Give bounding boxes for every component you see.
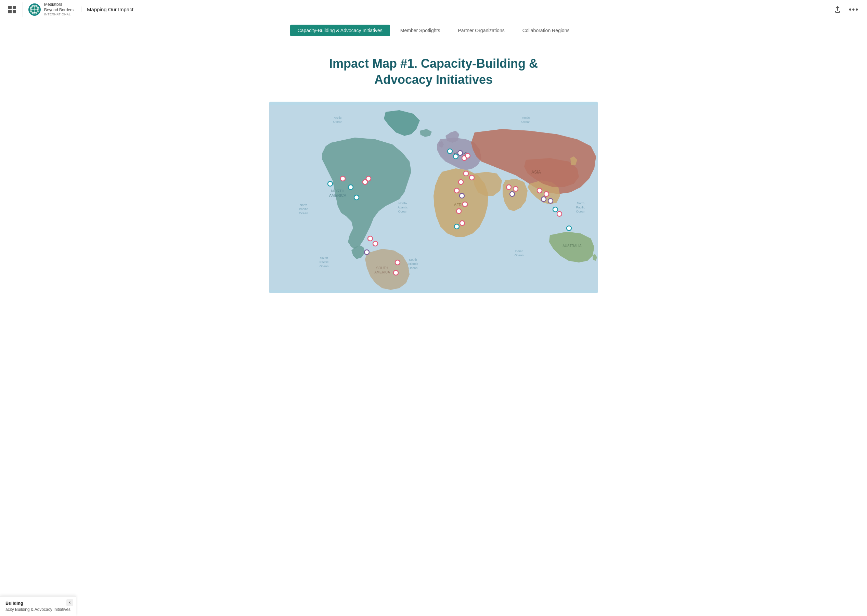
more-options-button[interactable]: •••	[848, 4, 860, 16]
svg-text:Arctic: Arctic	[334, 116, 342, 119]
logo-area: Mediators Beyond Borders INTERNATIONAL M…	[23, 2, 134, 17]
svg-point-49	[453, 154, 458, 159]
svg-text:Ocean: Ocean	[299, 212, 308, 215]
svg-point-56	[454, 188, 459, 193]
logo-image	[28, 3, 41, 16]
tab-member[interactable]: Member Spotlights	[393, 25, 448, 36]
heading-line2: Advocacy Initiatives	[374, 72, 493, 86]
svg-point-64	[510, 192, 515, 196]
ellipsis-icon: •••	[849, 5, 859, 14]
svg-point-66	[544, 192, 549, 196]
svg-text:Ocean: Ocean	[576, 210, 586, 213]
svg-text:AMERICA: AMERICA	[374, 270, 390, 274]
svg-text:South: South	[320, 256, 328, 260]
svg-point-48	[448, 149, 452, 154]
top-bar: Mediators Beyond Borders INTERNATIONAL M…	[0, 0, 867, 19]
svg-text:North: North	[577, 201, 584, 205]
svg-point-52	[465, 153, 470, 158]
svg-point-46	[395, 260, 400, 265]
svg-point-68	[548, 198, 553, 203]
app-title: Mapping Our Impact	[81, 6, 134, 12]
svg-text:AUSTRALIA: AUSTRALIA	[562, 244, 582, 248]
svg-text:Ocean: Ocean	[408, 266, 418, 270]
svg-text:Arctic: Arctic	[522, 116, 530, 119]
top-bar-left: Mediators Beyond Borders INTERNATIONAL M…	[7, 2, 134, 17]
svg-text:NORTH: NORTH	[331, 189, 344, 193]
svg-point-62	[506, 185, 511, 190]
svg-text:North-: North-	[398, 201, 407, 205]
tab-partner[interactable]: Partner Organizations	[451, 25, 512, 36]
svg-text:Ocean: Ocean	[515, 254, 524, 257]
grid-menu-button[interactable]	[7, 5, 17, 15]
tab-collab[interactable]: Collaboration Regions	[515, 25, 577, 36]
share-button[interactable]	[833, 5, 842, 14]
svg-point-38	[341, 176, 345, 181]
svg-point-65	[537, 188, 542, 193]
svg-point-45	[364, 250, 369, 255]
svg-point-42	[354, 195, 359, 200]
svg-text:Atlantic: Atlantic	[397, 206, 408, 209]
svg-point-70	[557, 212, 562, 216]
svg-point-69	[553, 207, 558, 212]
svg-point-43	[368, 236, 372, 241]
svg-point-63	[513, 187, 518, 191]
world-map[interactable]: NORTH AMERICA EUROPE ASIA AFRICA SOUTH A…	[269, 102, 598, 293]
top-bar-right: •••	[833, 4, 860, 16]
page-heading: Impact Map #1. Capacity-Building & Advoc…	[252, 56, 615, 88]
svg-point-55	[459, 180, 463, 184]
svg-text:Ocean: Ocean	[521, 120, 531, 124]
svg-point-71	[567, 226, 572, 231]
svg-text:ASIA: ASIA	[531, 170, 540, 174]
svg-text:Atlantic: Atlantic	[408, 262, 418, 266]
svg-point-47	[393, 270, 398, 275]
main-content: Impact Map #1. Capacity-Building & Advoc…	[245, 42, 622, 300]
svg-point-53	[463, 171, 468, 176]
svg-point-57	[460, 193, 464, 198]
logo-text: Mediators Beyond Borders INTERNATIONAL	[44, 2, 74, 17]
svg-point-50	[458, 151, 463, 156]
grid-icon	[8, 6, 16, 13]
svg-point-59	[456, 209, 461, 214]
svg-text:SOUTH: SOUTH	[376, 266, 388, 270]
svg-text:Pacific: Pacific	[320, 261, 329, 264]
svg-text:Pacific: Pacific	[299, 207, 308, 211]
svg-point-39	[348, 185, 353, 190]
heading-line1: Impact Map #1. Capacity-Building &	[329, 57, 538, 71]
svg-text:Pacific: Pacific	[576, 206, 586, 209]
svg-point-67	[541, 197, 546, 201]
svg-point-54	[470, 175, 474, 180]
svg-point-41	[366, 176, 371, 181]
svg-point-37	[328, 181, 333, 186]
svg-text:Ocean: Ocean	[398, 210, 407, 213]
map-svg: NORTH AMERICA EUROPE ASIA AFRICA SOUTH A…	[269, 102, 598, 293]
svg-point-44	[373, 241, 378, 246]
nav-bar: Capacity-Building & Advocacy Initiatives…	[0, 19, 867, 42]
svg-text:Ocean: Ocean	[320, 264, 329, 268]
svg-text:North: North	[300, 203, 307, 207]
svg-text:South: South	[409, 258, 417, 261]
svg-text:AMERICA: AMERICA	[329, 193, 347, 198]
svg-text:Ocean: Ocean	[333, 120, 342, 124]
tab-capacity[interactable]: Capacity-Building & Advocacy Initiatives	[290, 25, 390, 36]
svg-text:Indian: Indian	[515, 250, 523, 253]
svg-point-60	[460, 221, 465, 226]
svg-point-58	[463, 202, 467, 207]
svg-point-61	[454, 224, 459, 229]
